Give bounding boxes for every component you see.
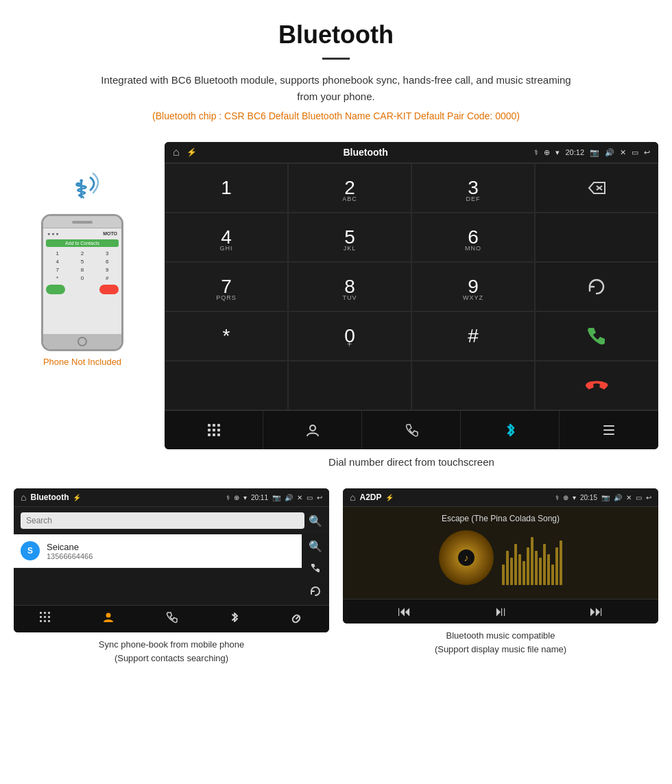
svg-rect-6 xyxy=(208,429,211,431)
music-cam-icon[interactable]: 📷 xyxy=(601,494,610,501)
dial-empty-r2c4 xyxy=(535,213,658,262)
statusbar-left: ⌂ ⚡ xyxy=(173,146,197,158)
svg-rect-3 xyxy=(208,424,211,427)
music-screen-icon[interactable]: ▭ xyxy=(636,494,642,501)
music-x-icon[interactable]: ✕ xyxy=(626,494,632,501)
dial-screen: ⌂ ⚡ Bluetooth ⚕ ⊕ ▾ 20:12 📷 🔊 ✕ ▭ ↩ xyxy=(165,142,658,449)
music-bt-icon: ⚕ xyxy=(555,494,559,501)
music-content: Escape (The Pina Colada Song) ♪ xyxy=(343,507,658,599)
dial-key-4[interactable]: 4GHI xyxy=(165,213,288,262)
phone-screen: ● ● ● MOTO Add to Contacts 123 456 789 *… xyxy=(43,228,121,334)
dial-key-1[interactable]: 1 xyxy=(165,163,288,213)
svg-rect-17 xyxy=(44,612,46,614)
contacts-vol-icon[interactable]: 🔊 xyxy=(285,494,293,501)
bottom-screens: ⌂ Bluetooth ⚡ ⚕ ⊕ ▾ 20:11 📷 🔊 ✕ ▭ ↩ xyxy=(0,488,672,678)
contacts-statusbar: ⌂ Bluetooth ⚡ ⚕ ⊕ ▾ 20:11 📷 🔊 ✕ ▭ ↩ xyxy=(14,488,329,507)
music-controls: ⏮ ⏯ ⏭ xyxy=(343,599,658,623)
ct-link-btn[interactable] xyxy=(291,611,304,627)
contact-row[interactable]: S Seicane 13566664466 xyxy=(14,534,302,568)
main-area: ⚕ ● ● ● MOTO Add to Contacts xyxy=(0,142,672,482)
home-icon[interactable]: ⌂ xyxy=(173,146,180,158)
phone-call-btn[interactable] xyxy=(46,285,65,294)
contacts-screen-icon[interactable]: ▭ xyxy=(307,494,313,501)
music-home-icon[interactable]: ⌂ xyxy=(350,492,355,503)
ct-phone-btn[interactable] xyxy=(165,611,178,627)
toolbar-contacts-btn[interactable] xyxy=(263,411,362,449)
music-sb-right: ⚕ ⊕ ▾ 20:15 📷 🔊 ✕ ▭ ↩ xyxy=(555,494,651,501)
eq-bar-2 xyxy=(506,551,509,585)
dial-key-3[interactable]: 3DEF xyxy=(411,163,535,213)
toolbar-phone-btn[interactable] xyxy=(362,411,461,449)
contact-number: 13566664466 xyxy=(47,552,295,560)
eq-bar-1 xyxy=(502,565,505,585)
volume-icon[interactable]: 🔊 xyxy=(605,148,614,157)
signal-icon: ▾ xyxy=(555,148,560,157)
dial-key-hash[interactable]: # xyxy=(411,311,535,361)
phone-end-btn[interactable] xyxy=(99,285,119,294)
svg-text:⚕: ⚕ xyxy=(74,176,87,204)
dial-key-7[interactable]: 7PQRS xyxy=(165,262,288,311)
contacts-x-icon[interactable]: ✕ xyxy=(297,494,302,501)
contacts-cam-icon[interactable]: 📷 xyxy=(272,494,280,501)
ct-contacts-btn[interactable] xyxy=(102,611,115,627)
dial-backspace[interactable] xyxy=(535,163,658,213)
svg-rect-19 xyxy=(40,616,42,618)
svg-rect-4 xyxy=(213,424,215,427)
contacts-home-icon[interactable]: ⌂ xyxy=(21,492,26,503)
page-header: Bluetooth Integrated with BC6 Bluetooth … xyxy=(0,0,672,142)
statusbar-right: ⚕ ⊕ ▾ 20:12 📷 🔊 ✕ ▭ ↩ xyxy=(534,148,650,157)
play-pause-btn[interactable]: ⏯ xyxy=(494,604,507,619)
contacts-action-search[interactable]: 🔍 xyxy=(309,540,322,553)
contacts-statusbar-title: Bluetooth xyxy=(30,492,69,502)
dial-key-5[interactable]: 5JKL xyxy=(288,213,411,262)
phone-keypad-row3: 789 xyxy=(46,267,119,273)
add-contacts-btn[interactable]: Add to Contacts xyxy=(46,239,119,247)
svg-point-12 xyxy=(310,425,315,431)
dial-key-6[interactable]: 6MNO xyxy=(411,213,535,262)
contacts-caption: Sync phone-book from mobile phone (Suppo… xyxy=(14,638,329,665)
dial-caption: Dial number direct from touchscreen xyxy=(165,456,658,468)
ct-dialpad-btn[interactable] xyxy=(39,611,51,627)
contacts-back-icon[interactable]: ↩ xyxy=(317,494,322,501)
dial-call-btn[interactable] xyxy=(535,311,658,361)
back-icon[interactable]: ↩ xyxy=(644,148,650,157)
bluetooth-signal-icon: ⚕ xyxy=(62,163,103,211)
dial-statusbar: ⌂ ⚡ Bluetooth ⚕ ⊕ ▾ 20:12 📷 🔊 ✕ ▭ ↩ xyxy=(165,142,658,163)
usb-icon: ⚡ xyxy=(187,147,197,157)
camera-icon[interactable]: 📷 xyxy=(590,148,599,157)
music-sb-left: ⌂ A2DP ⚡ xyxy=(350,492,394,503)
music-back-icon[interactable]: ↩ xyxy=(646,494,651,501)
dial-reload[interactable] xyxy=(535,262,658,311)
ct-bt-btn[interactable] xyxy=(228,611,241,627)
eq-bar-15 xyxy=(560,541,562,585)
contacts-action-call[interactable] xyxy=(310,562,321,576)
prev-btn[interactable]: ⏮ xyxy=(398,604,411,619)
dial-key-star[interactable]: * xyxy=(165,311,288,361)
location-icon: ⊕ xyxy=(544,148,550,157)
toolbar-dialpad-btn[interactable] xyxy=(165,411,263,449)
dial-end-call-btn[interactable] xyxy=(535,361,658,410)
contacts-time: 20:11 xyxy=(251,494,268,501)
dial-key-9[interactable]: 9WXYZ xyxy=(411,262,535,311)
toolbar-settings-btn[interactable] xyxy=(560,411,658,449)
music-song-title: Escape (The Pina Colada Song) xyxy=(442,514,560,523)
phone-top-bar xyxy=(43,216,121,228)
contacts-list: S Seicane 13566664466 xyxy=(14,534,302,605)
phone-keypad-row1: 123 xyxy=(46,250,119,257)
contacts-action-reload[interactable] xyxy=(310,586,321,599)
close-icon[interactable]: ✕ xyxy=(620,148,626,157)
screen-icon[interactable]: ▭ xyxy=(632,148,638,157)
dial-r5c3 xyxy=(411,361,535,410)
toolbar-bluetooth-btn[interactable] xyxy=(461,411,560,449)
svg-point-25 xyxy=(106,613,111,618)
search-icon[interactable]: 🔍 xyxy=(309,514,322,527)
dial-key-8[interactable]: 8TUV xyxy=(288,262,411,311)
dial-r5c2 xyxy=(288,361,411,410)
next-btn[interactable]: ⏭ xyxy=(590,604,603,619)
dial-key-0[interactable]: 0+ xyxy=(288,311,411,361)
eq-bar-13 xyxy=(551,565,554,585)
contacts-search-input[interactable] xyxy=(21,512,304,529)
dial-key-2[interactable]: 2ABC xyxy=(288,163,411,213)
music-vol-icon[interactable]: 🔊 xyxy=(614,494,622,501)
music-loc-icon: ⊕ xyxy=(563,494,568,501)
